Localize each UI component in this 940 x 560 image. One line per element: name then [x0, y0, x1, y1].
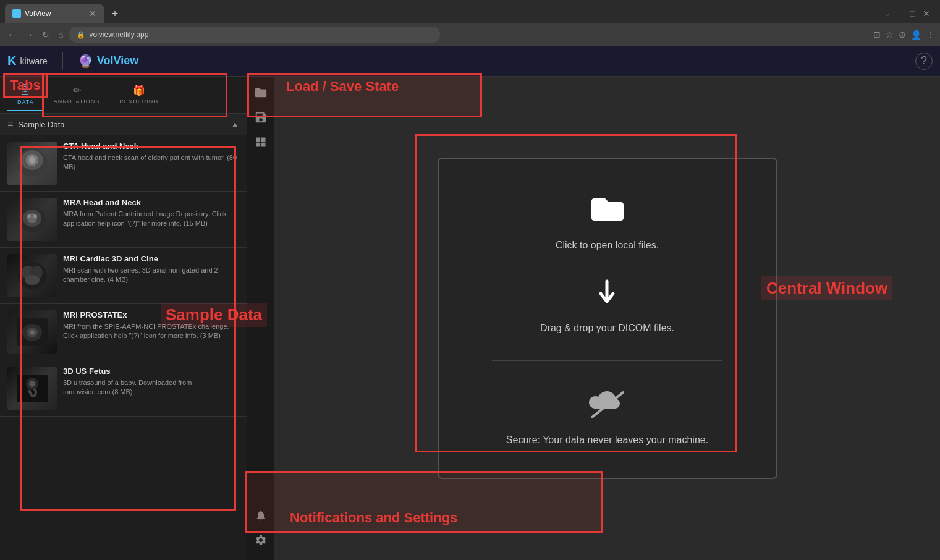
rendering-tab-icon: 🎁: [133, 85, 145, 96]
sample-title: 3D US Fetus: [63, 367, 239, 376]
address-bar[interactable]: 🔒 volview.netlify.app: [69, 27, 440, 43]
help-button[interactable]: ?: [915, 53, 933, 70]
secure-section: Secure: Your data never leaves your mach…: [506, 388, 708, 446]
sample-title: MRI Cardiac 3D and Cine: [63, 254, 239, 263]
close-window-button[interactable]: ✕: [923, 9, 930, 19]
chevron-down-icon: ⌵: [885, 9, 889, 18]
secure-text: Secure: Your data never leaves your mach…: [506, 435, 708, 446]
list-item[interactable]: MRI Cardiac 3D and Cine MRI scan with tw…: [0, 248, 247, 304]
svg-point-12: [25, 275, 40, 285]
svg-point-19: [29, 381, 35, 387]
sample-title: CTA Head and Neck: [63, 142, 239, 151]
sample-info: 3D US Fetus 3D ultrasound of a baby. Dow…: [63, 367, 239, 410]
arrow-down-icon: [591, 278, 622, 315]
vertical-toolbar: [247, 77, 274, 560]
annotations-tab-icon: ✏: [73, 85, 81, 96]
open-folder-icon: [589, 191, 626, 232]
app-header: K kitware 🔮 VolView ?: [0, 46, 940, 77]
save-state-button[interactable]: [250, 106, 272, 129]
minimize-button[interactable]: ─: [897, 9, 903, 19]
tab-favicon: [12, 9, 21, 18]
browser-tab[interactable]: VolView ✕: [5, 4, 104, 23]
data-tab-icon: 🗄: [20, 84, 31, 97]
left-sidebar: 🗄 DATA ✏ ANNOTATIONS 🎁 RENDERING ≡ Sampl…: [0, 77, 247, 560]
sample-info: CTA Head and Neck CTA head and neck scan…: [63, 142, 239, 185]
tab-label: VolView: [25, 9, 51, 18]
sample-list: CTA Head and Neck CTA head and neck scan…: [0, 135, 247, 560]
tab-rendering-label: RENDERING: [119, 98, 158, 104]
open-files-text: Click to open local files.: [556, 240, 659, 251]
cloud-off-icon: [589, 388, 626, 427]
thumb-visual: [7, 254, 57, 297]
section-header: ≡ Sample Data ▲: [0, 114, 247, 135]
open-files-section[interactable]: Click to open local files.: [556, 191, 659, 251]
sample-thumbnail: [7, 254, 57, 297]
sample-info: MRA Head and Neck MRA from Patient Contr…: [63, 198, 239, 241]
profile-icon: 👤: [911, 30, 921, 40]
drop-divider: [492, 360, 722, 361]
sample-info: MRI PROSTATEx MRI from the SPIE-AAPM-NCI…: [63, 310, 239, 354]
new-tab-button[interactable]: +: [106, 5, 124, 22]
section-header-title: Sample Data: [18, 120, 231, 129]
central-window[interactable]: Click to open local files. Drag & drop y…: [274, 77, 940, 560]
sample-title: MRA Head and Neck: [63, 198, 239, 207]
sample-desc: MRI from the SPIE-AAPM-NCI PROSTATEx cha…: [63, 322, 239, 341]
sample-desc: MRI scan with two series: 3D axial non-g…: [63, 266, 239, 285]
menu-icon[interactable]: ⋮: [926, 30, 935, 40]
sample-thumbnail: [7, 198, 57, 241]
tab-close-button[interactable]: ✕: [89, 9, 96, 19]
browser-actions: ⊡ ☆ ⊕ 👤 ⋮: [873, 30, 935, 40]
load-state-button[interactable]: [250, 82, 272, 104]
settings-button[interactable]: [250, 529, 272, 551]
sample-desc: CTA head and neck scan of elderly patien…: [63, 153, 239, 172]
drop-zone[interactable]: Click to open local files. Drag & drop y…: [438, 158, 777, 479]
tab-data[interactable]: 🗄 DATA: [7, 79, 44, 111]
lock-icon: 🔒: [77, 31, 85, 39]
back-button[interactable]: ←: [5, 28, 19, 41]
sample-desc: 3D ultrasound of a baby. Downloaded from…: [63, 378, 239, 397]
kitware-label: kitware: [20, 56, 47, 66]
tabs-bar: 🗄 DATA ✏ ANNOTATIONS 🎁 RENDERING: [0, 77, 247, 114]
list-item[interactable]: MRA Head and Neck MRA from Patient Contr…: [0, 192, 247, 248]
sample-desc: MRA from Patient Contributed Image Repos…: [63, 210, 239, 229]
thumb-visual: [7, 367, 57, 410]
extension-icon: ⊕: [899, 30, 906, 40]
svg-point-7: [27, 214, 31, 218]
thumb-visual: [7, 198, 57, 241]
drag-drop-section: Drag & drop your DICOM files.: [540, 278, 674, 334]
cast-icon: ⊡: [873, 30, 881, 40]
app-body: 🗄 DATA ✏ ANNOTATIONS 🎁 RENDERING ≡ Sampl…: [0, 77, 940, 560]
svg-point-8: [33, 214, 37, 218]
list-item[interactable]: 3D US Fetus 3D ultrasound of a baby. Dow…: [0, 360, 247, 417]
layout-button[interactable]: [250, 131, 272, 153]
sample-thumbnail: [7, 142, 57, 185]
volview-sphere-icon: 🔮: [78, 54, 93, 69]
drag-drop-text: Drag & drop your DICOM files.: [540, 323, 674, 334]
bookmark-icon[interactable]: ☆: [886, 30, 894, 40]
restore-button[interactable]: □: [910, 9, 915, 19]
notifications-button[interactable]: [250, 504, 272, 527]
volview-logo: 🔮 VolView: [78, 54, 138, 69]
volview-label: VolView: [97, 54, 138, 67]
forward-button[interactable]: →: [22, 28, 36, 41]
reload-button[interactable]: ↻: [40, 28, 52, 41]
section-header-icon: ≡: [7, 119, 13, 130]
tab-rendering[interactable]: 🎁 RENDERING: [109, 80, 168, 111]
list-item[interactable]: MRI PROSTATEx MRI from the SPIE-AAPM-NCI…: [0, 304, 247, 360]
kitware-logo: K kitware: [7, 54, 48, 68]
header-divider: [62, 52, 63, 70]
sample-info: MRI Cardiac 3D and Cine MRI scan with tw…: [63, 254, 239, 297]
tab-data-label: DATA: [17, 99, 34, 105]
collapse-button[interactable]: ▲: [231, 119, 239, 129]
sample-thumbnail: [7, 310, 57, 354]
home-button[interactable]: ⌂: [56, 28, 66, 41]
sample-thumbnail: [7, 367, 57, 410]
svg-point-3: [29, 156, 35, 164]
thumb-visual: [7, 142, 57, 185]
toolbar-bottom: [250, 503, 272, 556]
list-item[interactable]: CTA Head and Neck CTA head and neck scan…: [0, 135, 247, 192]
window-controls: ⌵ ─ □ ✕: [885, 9, 935, 19]
tab-annotations-label: ANNOTATIONS: [54, 98, 100, 104]
tab-annotations[interactable]: ✏ ANNOTATIONS: [44, 80, 110, 111]
thumb-visual: [7, 310, 57, 354]
